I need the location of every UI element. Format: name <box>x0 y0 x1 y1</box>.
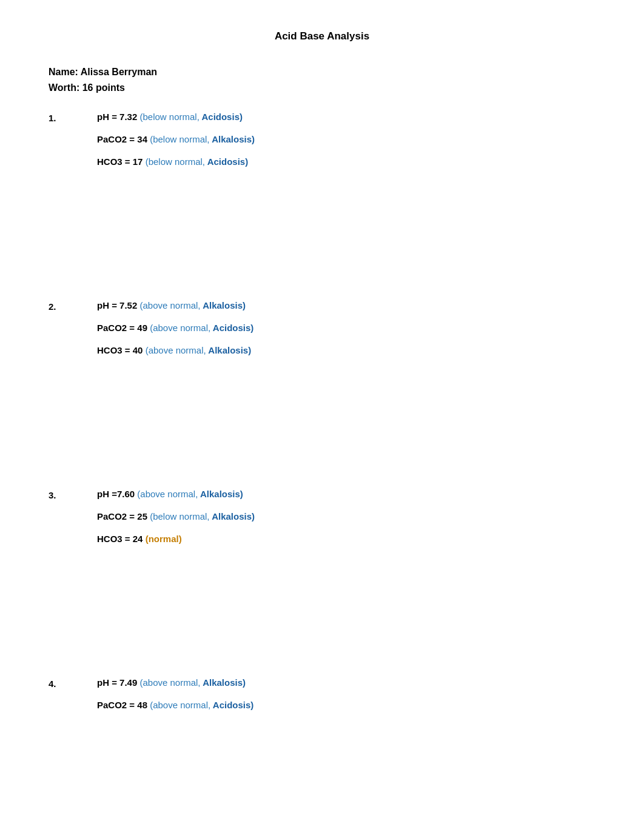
page-title: Acid Base Analysis <box>49 24 595 42</box>
question-item: 1.pH = 7.32 (below normal, Acidosis)PaCO… <box>49 112 595 179</box>
line-condition: Acidosis) <box>210 323 253 333</box>
question-line: pH = 7.32 (below normal, Acidosis) <box>97 112 595 122</box>
line-condition: Alkalosis) <box>198 489 243 499</box>
line-status: (above normal, <box>137 677 200 688</box>
question-line: PaCO2 = 48 (above normal, Acidosis) <box>97 700 595 710</box>
line-label: pH = 7.49 <box>97 677 137 688</box>
question-line: pH = 7.49 (above normal, Alkalosis) <box>97 677 595 688</box>
line-label: PaCO2 = 34 <box>97 134 147 144</box>
question-content: pH = 7.52 (above normal, Alkalosis)PaCO2… <box>97 300 595 367</box>
question-line: PaCO2 = 34 (below normal, Alkalosis) <box>97 134 595 144</box>
line-label: HCO3 = 17 <box>97 156 143 167</box>
line-label: pH = 7.32 <box>97 112 137 122</box>
meta-name: Name: Alissa Berryman <box>49 67 595 78</box>
line-condition: Alkalosis) <box>206 345 251 355</box>
question-content: pH =7.60 (above normal, Alkalosis)PaCO2 … <box>97 489 595 556</box>
question-number: 1. <box>49 112 97 179</box>
line-condition: Alkalosis) <box>210 134 255 144</box>
line-status: (below normal, <box>147 134 210 144</box>
question-line: PaCO2 = 49 (above normal, Acidosis) <box>97 323 595 333</box>
question-line: PaCO2 = 25 (below normal, Alkalosis) <box>97 511 595 521</box>
line-condition: Acidosis) <box>205 156 248 167</box>
line-status: (below normal, <box>137 112 200 122</box>
question-item: 2.pH = 7.52 (above normal, Alkalosis)PaC… <box>49 300 595 367</box>
question-number: 3. <box>49 489 97 556</box>
line-condition: Alkalosis) <box>201 677 246 688</box>
question-line: pH =7.60 (above normal, Alkalosis) <box>97 489 595 499</box>
question-line: HCO3 = 17 (below normal, Acidosis) <box>97 156 595 167</box>
line-label: PaCO2 = 25 <box>97 511 147 521</box>
question-line: HCO3 = 24 (normal) <box>97 534 595 544</box>
line-label: PaCO2 = 49 <box>97 323 147 333</box>
question-number: 4. <box>49 677 97 722</box>
line-label: PaCO2 = 48 <box>97 700 147 710</box>
question-line: pH = 7.52 (above normal, Alkalosis) <box>97 300 595 310</box>
meta-worth: Worth: 16 points <box>49 82 595 93</box>
line-label: pH = 7.52 <box>97 300 137 310</box>
question-item: 3.pH =7.60 (above normal, Alkalosis)PaCO… <box>49 489 595 556</box>
question-content: pH = 7.49 (above normal, Alkalosis)PaCO2… <box>97 677 595 722</box>
question-number: 2. <box>49 300 97 367</box>
line-condition: Alkalosis) <box>210 511 255 521</box>
line-condition: Acidosis) <box>200 112 243 122</box>
line-status: (above normal, <box>147 323 210 333</box>
question-content: pH = 7.32 (below normal, Acidosis)PaCO2 … <box>97 112 595 179</box>
line-condition: Alkalosis) <box>201 300 246 310</box>
line-label: pH =7.60 <box>97 489 135 499</box>
line-condition: Acidosis) <box>210 700 253 710</box>
line-status: (below normal, <box>143 156 205 167</box>
question-item: 4.pH = 7.49 (above normal, Alkalosis)PaC… <box>49 677 595 722</box>
line-label: HCO3 = 40 <box>97 345 143 355</box>
line-status: (above normal, <box>147 700 210 710</box>
line-label: HCO3 = 24 <box>97 534 143 544</box>
question-line: HCO3 = 40 (above normal, Alkalosis) <box>97 345 595 355</box>
line-status: (normal) <box>143 534 181 544</box>
line-status: (above normal, <box>143 345 206 355</box>
line-status: (above normal, <box>135 489 198 499</box>
line-status: (above normal, <box>137 300 200 310</box>
questions-list: 1.pH = 7.32 (below normal, Acidosis)PaCO… <box>49 112 595 722</box>
line-status: (below normal, <box>147 511 210 521</box>
